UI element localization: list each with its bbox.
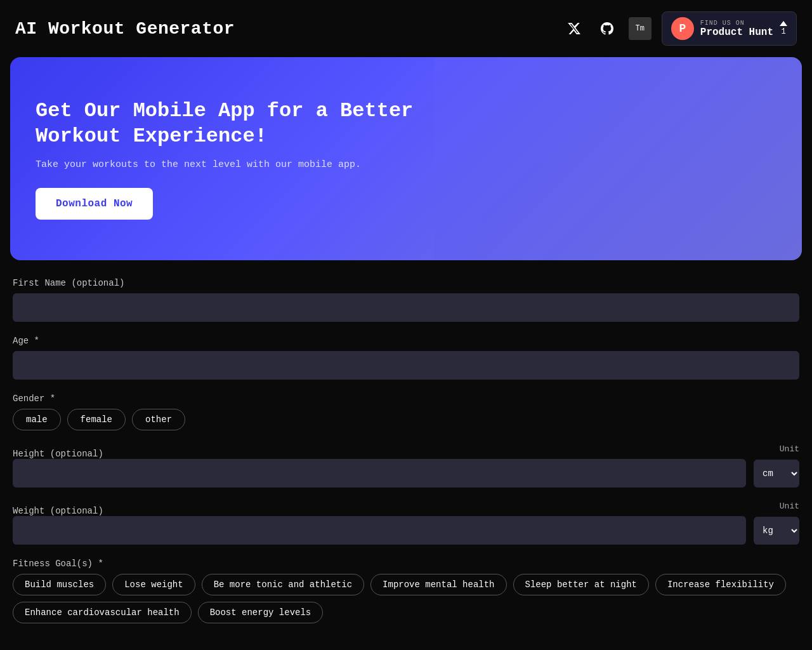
fitness-goals-group: Fitness Goal(s) * Build muscles Lose wei… <box>13 559 799 623</box>
app-title: AI Workout Generator <box>15 19 235 39</box>
weight-group: Weight (optional) Unit kg lbs <box>13 501 799 545</box>
age-group: Age * <box>13 336 799 380</box>
goal-pill-build-muscles[interactable]: Build muscles <box>13 574 106 595</box>
height-group: Height (optional) Unit cm ft <box>13 444 799 488</box>
height-input[interactable] <box>13 459 746 488</box>
banner-content: Get Our Mobile App for a Better Workout … <box>36 98 416 220</box>
height-label: Height (optional) <box>13 449 103 459</box>
product-hunt-logo: P <box>671 17 694 40</box>
goal-pill-lose-weight[interactable]: Lose weight <box>112 574 195 595</box>
banner-image <box>434 57 802 260</box>
fitness-goals-label: Fitness Goal(s) * <box>13 559 799 569</box>
weight-input[interactable] <box>13 516 746 545</box>
goal-pill-cardiovascular[interactable]: Enhance cardiovascular health <box>13 602 192 623</box>
height-input-row: cm ft <box>13 459 799 488</box>
product-hunt-text: FIND US ON Product Hunt <box>700 20 773 38</box>
goal-pill-sleep[interactable]: Sleep better at night <box>513 574 649 595</box>
banner-title: Get Our Mobile App for a Better Workout … <box>36 98 416 149</box>
weight-unit-label: Unit <box>780 501 799 511</box>
weight-label: Weight (optional) <box>13 506 103 516</box>
gender-pills: male female other <box>13 409 799 430</box>
gender-pill-other[interactable]: other <box>132 409 185 430</box>
gender-pill-female[interactable]: female <box>67 409 126 430</box>
goal-pill-tonic[interactable]: Be more tonic and athletic <box>202 574 364 595</box>
product-hunt-badge[interactable]: P FIND US ON Product Hunt 1 <box>662 11 797 46</box>
header-right: Tm P FIND US ON Product Hunt 1 <box>563 11 797 46</box>
x-twitter-icon[interactable] <box>563 17 586 40</box>
github-icon[interactable] <box>596 17 619 40</box>
fitness-goals-pills: Build muscles Lose weight Be more tonic … <box>13 574 799 623</box>
goal-pill-flexibility[interactable]: Increase flexibility <box>655 574 786 595</box>
product-hunt-label: Product Hunt <box>700 27 773 38</box>
first-name-group: First Name (optional) <box>13 278 799 322</box>
team-icon[interactable]: Tm <box>629 17 652 40</box>
age-label: Age * <box>13 336 799 346</box>
banner: Get Our Mobile App for a Better Workout … <box>10 57 802 260</box>
first-name-input[interactable] <box>13 293 799 322</box>
gender-label: Gender * <box>13 394 799 404</box>
form-section: First Name (optional) Age * Gender * mal… <box>0 260 812 650</box>
height-unit-group: cm ft <box>754 460 799 488</box>
first-name-label: First Name (optional) <box>13 278 799 288</box>
height-unit-label: Unit <box>780 444 799 454</box>
gender-group: Gender * male female other <box>13 394 799 430</box>
age-input[interactable] <box>13 351 799 380</box>
product-hunt-count: 1 <box>780 21 787 36</box>
banner-subtitle: Take your workouts to the next level wit… <box>36 159 416 170</box>
upvote-triangle-icon <box>780 21 787 26</box>
gender-pill-male[interactable]: male <box>13 409 61 430</box>
height-unit-select[interactable]: cm ft <box>754 460 799 488</box>
product-hunt-find-us: FIND US ON <box>700 20 773 27</box>
weight-input-row: kg lbs <box>13 516 799 545</box>
goal-pill-mental-health[interactable]: Improve mental health <box>370 574 506 595</box>
weight-unit-select[interactable]: kg lbs <box>754 517 799 545</box>
header: AI Workout Generator Tm P FIND US ON Pro… <box>0 0 812 57</box>
goal-pill-energy[interactable]: Boost energy levels <box>198 602 324 623</box>
weight-unit-group: kg lbs <box>754 517 799 545</box>
download-now-button[interactable]: Download Now <box>36 188 153 220</box>
